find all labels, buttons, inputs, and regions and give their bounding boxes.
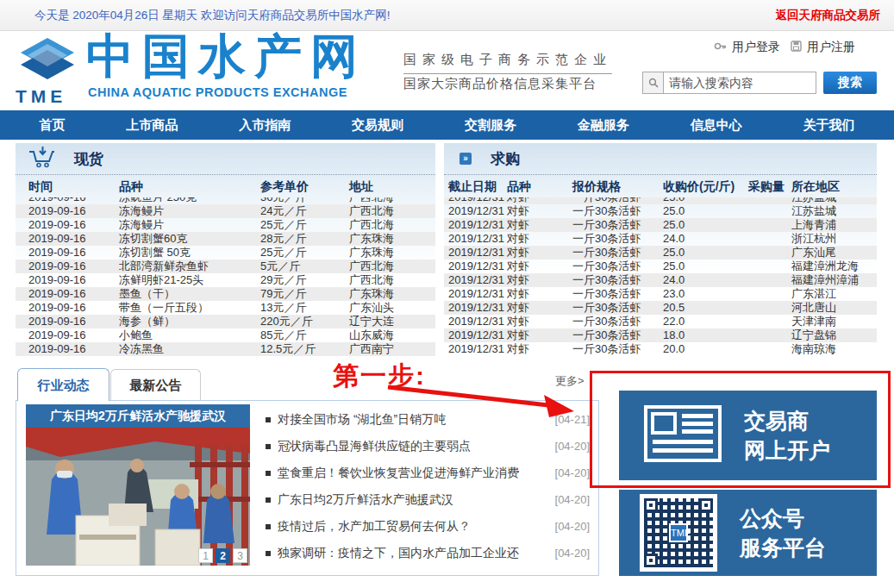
table-cell: 对虾 [507, 342, 572, 356]
table-cell: 广东汕头 [349, 301, 435, 315]
table-row[interactable]: 2019-09-16冻海鳗片25元／斤广西北海 [16, 218, 435, 232]
table-cell: 江苏盐城 [791, 197, 877, 204]
table-row[interactable]: 2019-09-16冻鲜明虾21-25头29元／斤广西北海 [16, 273, 435, 287]
wechat-text: 公众号 服务平台 [740, 504, 826, 562]
news-title[interactable]: 独家调研：疫情之下，国内水产品加工企业还 [278, 546, 555, 561]
table-cell: 上海青浦 [791, 218, 877, 232]
open-account-text: 交易商 网上开户 [744, 406, 830, 465]
buy-panel-header: » 求购 [444, 143, 877, 175]
register-link[interactable]: 用户注册 [807, 40, 855, 55]
news-title[interactable]: 疫情过后，水产加工贸易何去何从？ [278, 519, 555, 535]
news-item[interactable]: 对接全国市场 “湖北鱼”日销万吨[04-21] [264, 406, 593, 433]
nav-item-trading-rules[interactable]: 交易规则 [352, 117, 403, 134]
table-row[interactable]: 2019/12/31对虾一斤30条活虾25.0广东汕尾 [444, 246, 877, 260]
table-row[interactable]: 2019-09-16冷冻黑鱼12.5元／斤广西南宁 [16, 342, 435, 356]
more-link[interactable]: 更多> [555, 373, 585, 389]
page-3[interactable]: 3 [233, 548, 247, 563]
news-item[interactable]: 独家调研：疫情之下，国内水产品加工企业还[04-20] [264, 540, 593, 566]
topbar: 今天是 2020年04月26日 星期天 欢迎访问天府商品交易所中国水产网! 返回… [0, 0, 894, 31]
login-link[interactable]: 用户登录 [732, 40, 780, 55]
news-title[interactable]: 堂食重启！餐饮业恢复营业促进海鲜产业消费 [278, 466, 555, 481]
news-title[interactable]: 对接全国市场 “湖北鱼”日销万吨 [278, 412, 555, 428]
table-row[interactable]: 2019/12/31对虾一斤30条活虾24.0浙江杭州 [444, 232, 877, 246]
table-cell: 2019/12/31 [448, 328, 507, 342]
table-row[interactable]: 2019/12/31对虾一斤30条活虾25.0江苏盐城 [444, 204, 877, 218]
table-row[interactable]: 2019/12/31对虾一斤30条活虾20.0海南琼海 [444, 342, 877, 356]
table-cell: 一斤30条活虾 [572, 287, 663, 301]
table-cell: 广东汕尾 [791, 246, 877, 260]
news-item[interactable]: 堂食重启！餐饮业恢复营业促进海鲜产业消费[04-20] [264, 460, 593, 486]
table-row[interactable]: 2019-09-16小鲍鱼85元／斤山东威海 [16, 328, 435, 342]
nav-item-home[interactable]: 首页 [39, 117, 65, 134]
table-cell: 2019/12/31 [448, 197, 507, 204]
table-cell: 对虾 [507, 204, 572, 218]
nav-item-market-guide[interactable]: 入市指南 [239, 117, 291, 134]
key-icon [714, 41, 727, 54]
nav-item-listed-products[interactable]: 上市商品 [126, 117, 178, 134]
news-title[interactable]: 广东日均2万斤鲜活水产驰援武汉 [278, 492, 555, 508]
table-row[interactable]: 2019/12/31对虾一斤30条活虾23.0广东湛江 [444, 287, 877, 301]
tab-latest-notices[interactable]: 最新公告 [110, 369, 201, 400]
table-row[interactable]: 2019-09-16冻海鳗片24元／斤广西北海 [16, 204, 435, 218]
table-cell [748, 315, 791, 328]
col-header: 截止日期 [448, 175, 507, 197]
table-row[interactable]: 2019/12/31对虾一斤30条活虾24.0福建漳州漳浦 [444, 273, 877, 287]
table-cell: 一斤30条活虾 [572, 273, 663, 287]
col-header: 品种 [119, 175, 260, 197]
open-account-banner[interactable]: 交易商 网上开户 [619, 391, 877, 480]
nav-item-about-us[interactable]: 关于我们 [803, 117, 855, 134]
table-cell: 对虾 [507, 218, 572, 232]
bullet-icon [266, 524, 271, 529]
slogan-line1: 国家级电子商务示范企业 [403, 52, 612, 74]
table-cell: 2019-09-16 [28, 197, 119, 204]
page-1[interactable]: 1 [198, 548, 213, 563]
table-cell: 墨鱼（干） [119, 287, 260, 301]
news-title[interactable]: 冠状病毒凸显海鲜供应链的主要弱点 [278, 439, 555, 454]
table-row[interactable]: 2019-09-16墨鱼（干）79元／斤广东珠海 [16, 287, 435, 301]
open-account-line1: 交易商 [744, 406, 830, 435]
news-item[interactable]: 疫情过后，水产加工贸易何去何从？[04-20] [264, 513, 593, 540]
nav-item-info-center[interactable]: 信息中心 [691, 117, 742, 134]
table-cell: 广西南宁 [349, 342, 435, 356]
wechat-banner[interactable]: TME 公众号 服务平台 [619, 490, 877, 576]
table-row[interactable]: 2019/12/31对虾一斤30条活虾25.0福建漳洲龙海 [444, 260, 877, 273]
table-row[interactable]: 2019/12/31对虾一斤30条活虾25.0上海青浦 [444, 218, 877, 232]
table-row[interactable]: 2019/12/31对虾一斤30条活虾25.0江苏盐城 [444, 197, 877, 204]
search-button[interactable]: 搜索 [823, 72, 877, 94]
table-cell: 2019/12/31 [448, 232, 507, 246]
return-exchange-link[interactable]: 返回天府商品交易所 [776, 8, 881, 23]
table-cell: 一斤30条活虾 [572, 328, 663, 342]
table-row[interactable]: 2019-09-16北部湾新鲜杂鱼虾5元／斤广西北海 [16, 260, 435, 273]
table-row[interactable]: 2019-09-16海参（鲜）220元／斤辽宁大连 [16, 315, 435, 328]
table-row[interactable]: 2019/12/31对虾一斤30条活虾22.0天津津南 [444, 315, 877, 328]
nav-item-delivery-service[interactable]: 交割服务 [465, 117, 516, 134]
carousel-photo[interactable]: 1 2 3 [26, 428, 250, 566]
news-item[interactable]: 广东日均2万斤鲜活水产驰援武汉[04-20] [264, 486, 593, 513]
buy-table-header: 截止日期 品种 报价规格 收购价(元/斤) 采购量 所在地区 [444, 175, 877, 197]
col-header: 采购量 [748, 175, 791, 197]
carousel-caption[interactable]: 广东日均2万斤鲜活水产驰援武汉 [26, 404, 250, 428]
table-row[interactable]: 2019/12/31对虾一斤30条活虾20.5河北唐山 [444, 301, 877, 315]
tab-industry-news[interactable]: 行业动态 [17, 368, 109, 401]
table-cell: 一斤30条活虾 [572, 342, 663, 356]
col-header: 品种 [507, 175, 572, 197]
table-row[interactable]: 2019/12/31对虾一斤30条活虾18.0辽宁盘锦 [444, 328, 877, 342]
table-cell [748, 328, 791, 342]
table-cell: 28元／斤 [260, 232, 349, 246]
table-cell: 冻切割蟹 50克 [119, 246, 260, 260]
table-row[interactable]: 2019-09-16冻切割蟹60克28元／斤广东珠海 [16, 232, 435, 246]
table-cell: 2019-09-16 [28, 260, 119, 273]
table-row[interactable]: 2019-09-16带鱼（一斤五段）13元／斤广东汕头 [16, 301, 435, 315]
table-row[interactable]: 2019-09-16冻切割蟹 50克25元／斤广东珠海 [16, 246, 435, 260]
table-cell: 2019-09-16 [28, 301, 119, 315]
table-cell: 25.0 [663, 246, 748, 260]
table-cell: 福建漳州漳浦 [791, 273, 877, 287]
table-row[interactable]: 2019-09-16冻鱿鱼片 250克36元／斤广西北海 [16, 197, 435, 204]
nav-item-financial-service[interactable]: 金融服务 [578, 117, 629, 134]
table-cell: 2019/12/31 [448, 287, 507, 301]
page-2-active[interactable]: 2 [216, 548, 230, 563]
table-cell: 对虾 [507, 315, 572, 328]
search-input[interactable] [663, 72, 816, 94]
table-cell: 广西北海 [349, 197, 435, 204]
news-item[interactable]: 冠状病毒凸显海鲜供应链的主要弱点[04-20] [264, 433, 593, 460]
